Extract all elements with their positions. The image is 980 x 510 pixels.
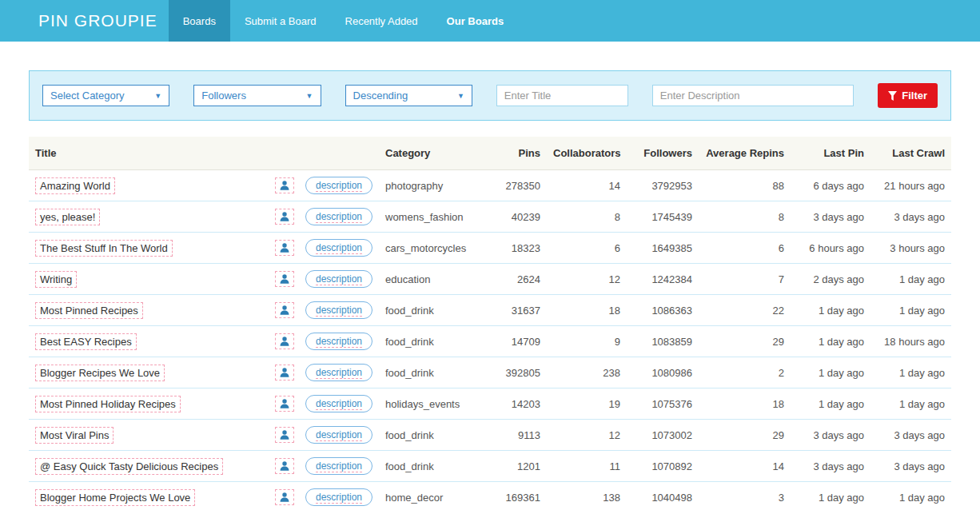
description-button[interactable]: description	[305, 301, 372, 319]
table-row: @ Easy Quick Tasty Delicious Recipes des…	[29, 451, 951, 482]
last-pin-cell: 3 days ago	[791, 201, 870, 233]
header-last-crawl[interactable]: Last Crawl	[870, 137, 951, 170]
title-cell: Most Viral Pins	[29, 420, 269, 451]
description-button[interactable]: description	[305, 208, 372, 225]
nav-item-our-boards[interactable]: Our Boards	[432, 0, 519, 42]
title-search-input[interactable]	[496, 85, 628, 106]
pins-cell: 14709	[483, 326, 547, 357]
followers-cell: 1073002	[627, 420, 699, 451]
icon-cell	[269, 295, 299, 326]
category-select[interactable]: Select Category ▼	[42, 85, 169, 106]
description-button[interactable]: description	[305, 239, 372, 257]
pins-cell: 1201	[483, 451, 547, 482]
sort-order-select[interactable]: Descending ▼	[345, 85, 472, 106]
nav-item-boards[interactable]: Boards	[169, 0, 230, 42]
title-cell: Blogger Home Projects We Love	[29, 482, 269, 510]
header-category[interactable]: Category	[379, 137, 483, 170]
title-cell: Most Pinned Holiday Recipes	[29, 388, 269, 420]
header-title[interactable]: Title	[29, 137, 269, 170]
last-crawl-cell: 3 days ago	[870, 420, 951, 451]
description-button[interactable]: description	[305, 177, 372, 194]
board-title-link[interactable]: Most Pinned Recipes	[35, 302, 143, 319]
board-title-link[interactable]: The Best Stuff In The World	[35, 240, 173, 257]
description-button[interactable]: description	[305, 270, 372, 288]
category-cell: food_drink	[379, 357, 483, 388]
average-repins-cell: 22	[699, 295, 791, 326]
collaborators-link[interactable]	[275, 271, 294, 287]
collaborators-link[interactable]	[275, 177, 294, 193]
nav-item-submit-a-board[interactable]: Submit a Board	[230, 0, 331, 42]
title-cell: Best EASY Recipes	[29, 326, 269, 357]
person-icon	[279, 460, 290, 472]
person-icon	[279, 242, 290, 253]
header-pins[interactable]: Pins	[483, 137, 547, 170]
last-crawl-cell: 1 day ago	[870, 357, 951, 388]
sort-field-select-value: Followers	[201, 90, 246, 102]
collaborators-cell: 9	[547, 326, 627, 357]
board-title-link[interactable]: Best EASY Recipes	[35, 333, 137, 350]
sort-field-select[interactable]: Followers ▼	[193, 85, 321, 106]
category-cell: food_drink	[379, 420, 483, 451]
description-button[interactable]: description	[305, 426, 372, 444]
header-spacer-icon	[269, 137, 299, 170]
description-button[interactable]: description	[305, 457, 372, 475]
board-title-link[interactable]: Most Viral Pins	[35, 427, 114, 444]
table-header-row: Title Category Pins Collaborators Follow…	[29, 137, 951, 170]
table-row: Most Pinned Recipes description food_dri…	[29, 295, 951, 326]
last-pin-cell: 2 days ago	[791, 264, 870, 295]
pins-cell: 278350	[483, 170, 547, 201]
last-pin-cell: 1 day ago	[791, 482, 870, 510]
category-cell: photography	[379, 170, 483, 201]
board-title-link[interactable]: Amazing World	[35, 177, 115, 194]
description-button[interactable]: description	[305, 395, 372, 412]
average-repins-cell: 2	[699, 357, 791, 388]
collaborators-link[interactable]	[275, 365, 294, 381]
board-title-link[interactable]: @ Easy Quick Tasty Delicious Recipes	[35, 458, 223, 475]
board-title-link[interactable]: Writing	[35, 271, 77, 288]
average-repins-cell: 14	[699, 451, 791, 482]
pins-cell: 31637	[483, 295, 547, 326]
board-title-link[interactable]: Most Pinned Holiday Recipes	[35, 396, 181, 412]
title-cell: yes, please!	[29, 201, 269, 233]
person-icon	[279, 180, 290, 191]
icon-cell	[269, 451, 299, 482]
chevron-down-icon: ▼	[154, 92, 161, 100]
collaborators-link[interactable]	[275, 458, 294, 474]
header-followers[interactable]: Followers	[627, 137, 699, 170]
category-select-value: Select Category	[50, 90, 125, 102]
collaborators-cell: 138	[547, 482, 627, 510]
collaborators-link[interactable]	[275, 209, 294, 225]
header-collaborators[interactable]: Collaborators	[547, 137, 627, 170]
description-search-input[interactable]	[652, 85, 854, 106]
nav-item-recently-added[interactable]: Recently Added	[331, 0, 432, 42]
last-pin-cell: 6 days ago	[791, 170, 870, 201]
title-cell: @ Easy Quick Tasty Delicious Recipes	[29, 451, 269, 482]
icon-cell	[269, 264, 299, 295]
brand-logo[interactable]: PIN GROUPIE	[38, 0, 157, 42]
description-button[interactable]: description	[305, 333, 372, 350]
description-button[interactable]: description	[305, 364, 372, 381]
category-cell: food_drink	[379, 326, 483, 357]
average-repins-cell: 29	[699, 326, 791, 357]
collaborators-link[interactable]	[275, 333, 294, 349]
category-cell: food_drink	[379, 451, 483, 482]
header-average-repins[interactable]: Average Repins	[699, 137, 791, 170]
description-button[interactable]: description	[305, 488, 372, 506]
title-cell: The Best Stuff In The World	[29, 233, 269, 264]
board-title-link[interactable]: Blogger Home Projects We Love	[35, 489, 195, 506]
pins-cell: 40239	[483, 201, 547, 233]
description-cell: description	[299, 201, 379, 233]
followers-cell: 1083859	[627, 326, 699, 357]
collaborators-link[interactable]	[275, 240, 294, 256]
filter-button[interactable]: Filter	[878, 83, 938, 108]
collaborators-link[interactable]	[275, 489, 294, 505]
average-repins-cell: 8	[699, 201, 791, 233]
table-body: Amazing World description photography 27…	[29, 170, 951, 510]
header-last-pin[interactable]: Last Pin	[791, 137, 870, 170]
board-title-link[interactable]: Blogger Recipes We Love	[35, 365, 165, 381]
collaborators-link[interactable]	[275, 302, 294, 318]
followers-cell: 1080986	[627, 357, 699, 388]
collaborators-link[interactable]	[275, 427, 294, 443]
board-title-link[interactable]: yes, please!	[35, 209, 100, 225]
collaborators-link[interactable]	[275, 396, 294, 412]
